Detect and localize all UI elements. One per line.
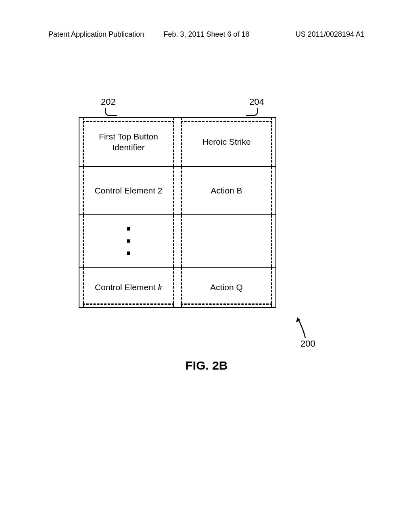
- header-left: Patent Application Publication: [48, 30, 144, 39]
- cell-action-q: Action Q: [177, 267, 275, 307]
- cell-control-1: First Top Button Identifier: [79, 118, 177, 166]
- cell-text: Action B: [211, 185, 242, 196]
- hook-left-icon: [105, 108, 117, 116]
- hook-right-icon: [246, 108, 258, 116]
- table-row: Control Element k Action Q: [79, 267, 275, 307]
- vertical-ellipsis-icon: [127, 227, 130, 255]
- cell-text: Control Element k: [95, 282, 162, 293]
- mapping-table: First Top Button Identifier Heroic Strik…: [79, 117, 276, 308]
- cell-control-2: Control Element 2: [79, 166, 177, 214]
- label-204: 204: [249, 97, 264, 107]
- cell-control-k: Control Element k: [79, 267, 177, 307]
- cell-text: Action Q: [210, 282, 243, 293]
- table-row: Control Element 2 Action B: [79, 166, 275, 214]
- table-row: First Top Button Identifier Heroic Strik…: [79, 118, 275, 166]
- label-202: 202: [101, 97, 116, 107]
- table-row: [79, 214, 275, 267]
- column-labels: 202 204: [79, 97, 276, 117]
- cell-text: Heroic Strike: [202, 136, 250, 147]
- cell-action-2: Action B: [177, 166, 275, 214]
- cell-text: First Top Button Identifier: [83, 131, 173, 153]
- page-header: Patent Application Publication Feb. 3, 2…: [0, 30, 413, 39]
- cell-action-ellipsis: [177, 214, 275, 267]
- cell-text: Control Element 2: [94, 185, 162, 196]
- header-center: Feb. 3, 2011 Sheet 6 of 18: [163, 30, 249, 39]
- reference-arrow-200: 200: [292, 314, 317, 348]
- figure-label: FIG. 2B: [185, 359, 227, 372]
- reference-number-200: 200: [300, 339, 315, 349]
- header-right: US 2011/0028194 A1: [296, 30, 365, 39]
- cell-ellipsis: [79, 214, 177, 267]
- cell-action-1: Heroic Strike: [177, 118, 275, 166]
- diagram: 202 204 First Top Button Identifier Hero…: [79, 97, 276, 308]
